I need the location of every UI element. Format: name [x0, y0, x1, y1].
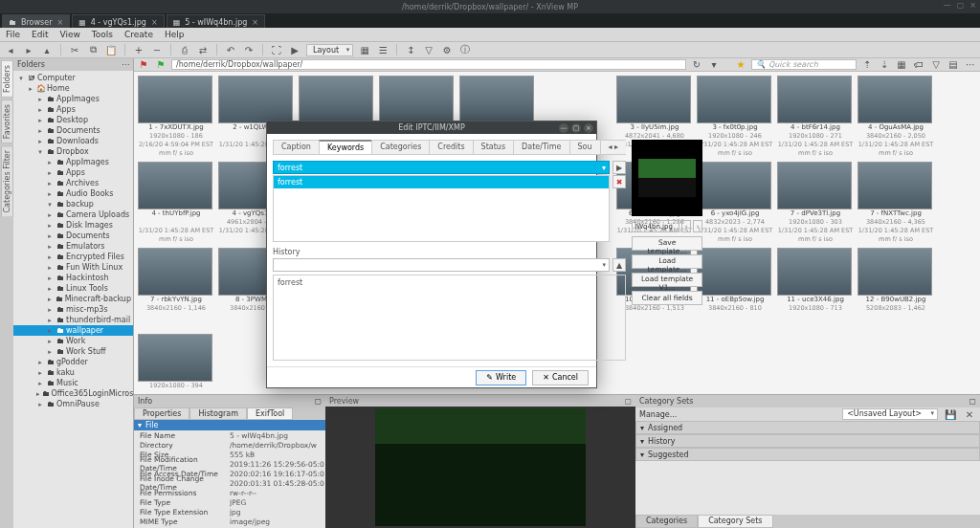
tree-node[interactable]: ▾🖳Computer [13, 73, 133, 83]
save-template-button[interactable]: Save template... [632, 236, 702, 251]
rotate-right-icon[interactable]: ↷ [242, 43, 256, 56]
tab-categories[interactable]: Categories [635, 515, 698, 528]
thumbnail[interactable]: 3 - fx0t0p.jpg1920x1080 - 2461/31/20 1:4… [697, 76, 773, 158]
window-close-icon[interactable]: × [969, 1, 976, 10]
tree-node[interactable]: ▸🖿Camera Uploads [13, 209, 133, 220]
tree-node[interactable]: ▸🖿Work Stuff [13, 346, 133, 357]
tree-node[interactable]: ▾🖿Dropbox [13, 146, 133, 157]
dialog-tab-credits[interactable]: Credits [429, 140, 473, 154]
next-file-button[interactable]: › [693, 220, 702, 232]
filter-icon[interactable]: ▽ [422, 43, 435, 56]
load-template-v1-button[interactable]: Load template V1... [632, 273, 702, 287]
dialog-close-icon[interactable]: × [584, 123, 593, 133]
panel-close-icon[interactable]: ▢ [314, 397, 322, 406]
thumbnail[interactable]: 11 - uce3X46.jpg1920x1080 - 713 [777, 248, 854, 330]
tree-node[interactable]: ▸🖿misc-mp3s [13, 304, 133, 315]
dialog-tab-scroll[interactable]: ◂ ▸ [600, 140, 627, 154]
back-icon[interactable]: ◂ [4, 43, 17, 56]
cancel-icon[interactable]: ✕ [963, 407, 976, 421]
thumbnail[interactable]: 4 - btF6r14.jpg1920x1080 - 2711/31/20 1:… [777, 76, 854, 158]
zoom-in-icon[interactable]: + [132, 43, 145, 56]
dropdown-icon[interactable]: ▾ [707, 58, 721, 72]
menu-view[interactable]: View [60, 30, 80, 39]
copy-icon[interactable]: ⧉ [86, 43, 100, 56]
history-up-button[interactable]: ▲ [612, 258, 626, 272]
flag-green-icon[interactable]: ⚑ [154, 58, 167, 72]
thumbs-icon[interactable]: ▦ [358, 43, 371, 56]
keyword-list[interactable]: forrest [273, 175, 610, 242]
sort-desc-icon[interactable]: ⇣ [878, 58, 891, 72]
add-keyword-button[interactable]: ▶ [612, 161, 626, 174]
tag-icon[interactable]: 🏷 [912, 58, 925, 72]
panel-close-icon[interactable]: ▢ [969, 397, 976, 406]
breadcrumb[interactable]: /home/derrik/Dropbox/wallpaper/ [171, 59, 686, 70]
tree-node[interactable]: ▸🖿thunderbird-mail [13, 315, 133, 325]
thumbnail[interactable]: 1920x1080 - 394 [138, 334, 214, 390]
menu-create[interactable]: Create [124, 30, 153, 39]
tab-category-sets[interactable]: Category Sets [698, 515, 772, 528]
tree-node[interactable]: ▸🖿kaku [13, 367, 133, 378]
group-history[interactable]: ▾ History [635, 434, 980, 448]
list-icon[interactable]: ☰ [376, 43, 390, 56]
filename-field[interactable]: IWq4bn.jpg [632, 220, 679, 232]
thumbnail[interactable]: 7 - rbkYvYN.jpg3840x2160 - 1,146 [138, 248, 214, 330]
tree-node[interactable]: ▸🖿AppImages [13, 157, 133, 167]
close-icon[interactable]: × [252, 18, 258, 27]
tree-node[interactable]: ▸🖿Archives [13, 178, 133, 188]
filter-icon[interactable]: ▽ [929, 58, 943, 72]
more-icon[interactable]: ⋯ [964, 58, 977, 72]
vtab-categories-filter[interactable]: Categories Filter [1, 145, 13, 217]
tree-node[interactable]: ▸🖿Work [13, 336, 133, 346]
dialog-min-icon[interactable]: — [559, 123, 568, 133]
tree-node[interactable]: ▸🖿gPodder [13, 357, 133, 367]
clear-input-icon[interactable]: ▾ [602, 164, 606, 172]
panel-menu-icon[interactable]: ⋯ [122, 60, 129, 69]
dialog-tab-categories[interactable]: Categories [371, 140, 430, 154]
rotate-left-icon[interactable]: ↶ [224, 43, 237, 56]
print-icon[interactable]: ⎙ [178, 43, 191, 56]
sort-asc-icon[interactable]: ⇡ [860, 58, 874, 72]
load-template-button[interactable]: Load template... [632, 254, 702, 269]
tree-node[interactable]: ▸🖿wallpaper [13, 325, 133, 336]
thumbnail[interactable]: 4 - OguAsMA.jpg3840x2160 - 2,0501/31/20 … [858, 76, 934, 158]
layout-combo[interactable]: <Unsaved Layout> [842, 408, 938, 420]
thumbnail[interactable]: 6 - yxo4jIG.jpg4832x2023 - 2,7741/31/20 … [697, 162, 773, 244]
vtab-favorites[interactable]: Favorites [1, 99, 13, 143]
tab-image-2[interactable]: ▦ 5 - wIWq4bn.jpg × [167, 14, 265, 28]
up-icon[interactable]: ▴ [40, 43, 54, 56]
remove-keyword-button[interactable]: ✖ [612, 175, 626, 188]
tree-node[interactable]: ▸🖿Encrypted Files [13, 252, 133, 262]
dialog-titlebar[interactable]: Edit IPTC/IIM/XMP — ▢ × [267, 121, 596, 134]
dialog-tab-keywords[interactable]: Keywords [319, 140, 372, 154]
tree-node[interactable]: ▸🖿Documents [13, 231, 133, 241]
fullscreen-icon[interactable]: ⛶ [270, 43, 283, 56]
folder-tree[interactable]: ▾🖳Computer▸🏠Home▸🖿AppImages▸🖿Apps▸🖿Deskt… [13, 71, 133, 528]
tree-node[interactable]: ▸🏠Home [13, 83, 133, 94]
history-area[interactable]: forrest [273, 275, 626, 361]
cancel-button[interactable]: ✕ Cancel [532, 370, 589, 385]
tree-node[interactable]: ▸🖿Audio Books [13, 188, 133, 199]
thumbnail[interactable]: 4 - thUYbfP.jpg1/31/20 1:45:28 AM ESTmm … [138, 162, 214, 244]
tree-node[interactable]: ▸🖿Downloads [13, 136, 133, 146]
tree-node[interactable]: ▸🖿Office365LoginMicrosoftEd [13, 388, 133, 399]
file-group-header[interactable]: ▾ File [134, 420, 325, 430]
tree-node[interactable]: ▸🖿Documents [13, 125, 133, 136]
manage-button[interactable]: Manage... [639, 410, 677, 419]
dialog-tab-sou[interactable]: Sou [569, 140, 601, 154]
sort-icon[interactable]: ↕ [404, 43, 417, 56]
tree-node[interactable]: ▸🖿Music [13, 378, 133, 388]
convert-icon[interactable]: ⇄ [196, 43, 210, 56]
flag-red-icon[interactable]: ⚑ [137, 58, 150, 72]
info-icon[interactable]: ⓘ [458, 43, 472, 56]
dialog-tab-status[interactable]: Status [473, 140, 515, 154]
thumbnails-icon[interactable]: ▤ [947, 58, 960, 72]
write-button[interactable]: ✎ Write [476, 370, 526, 385]
tab-properties[interactable]: Properties [134, 407, 189, 420]
menu-file[interactable]: File [6, 30, 20, 39]
cut-icon[interactable]: ✂ [68, 43, 81, 56]
tree-node[interactable]: ▾🖿backup [13, 199, 133, 209]
tree-node[interactable]: ▸🖿Hackintosh [13, 273, 133, 283]
gear-icon[interactable]: ⚙ [440, 43, 454, 56]
layout-combo[interactable]: Layout [306, 44, 353, 56]
group-suggested[interactable]: ▾ Suggested [635, 448, 980, 461]
